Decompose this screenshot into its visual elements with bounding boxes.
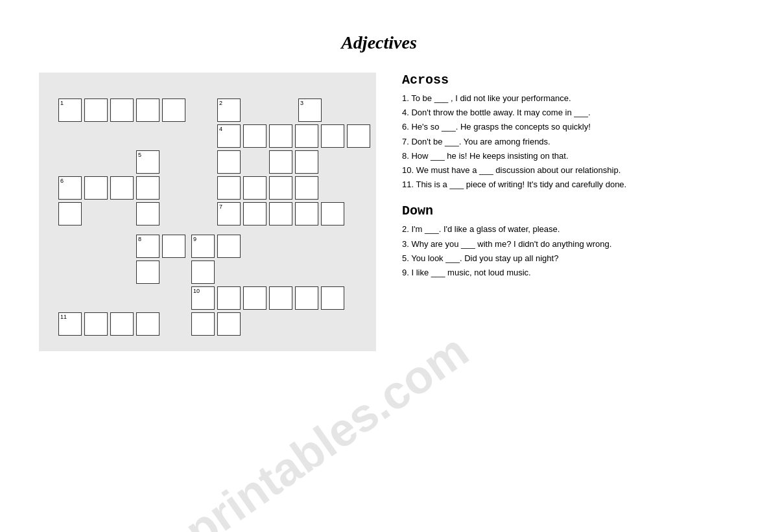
crossword-grid: 1 2 3 4 5 6 [52, 86, 363, 332]
cell-6-2[interactable] [84, 176, 108, 200]
cell-r5-1[interactable] [58, 202, 82, 226]
across-clue-1: 1. To be ___ , I did not like your perfo… [402, 93, 719, 104]
cell-6-4[interactable] [136, 176, 160, 200]
cell-8-2[interactable] [162, 235, 185, 258]
clues-container: Across 1. To be ___ , I did not like you… [402, 73, 719, 351]
cell-5-1[interactable]: 5 [136, 150, 160, 174]
down-clue-3: 3. Why are you ___ with me? I didn't do … [402, 238, 719, 250]
down-clue-9: 9. I like ___ music, not loud music. [402, 267, 719, 279]
content-area: 1 2 3 4 5 6 [0, 73, 758, 351]
cell-7-3[interactable] [269, 202, 292, 226]
cell-11-3[interactable] [110, 312, 134, 336]
cell-1-3[interactable] [110, 98, 134, 122]
across-title: Across [402, 73, 719, 87]
across-clue-8: 8. How ___ he is! He keeps insisting on … [402, 150, 719, 162]
across-clue-6: 6. He's so ___. He grasps the concepts s… [402, 121, 719, 133]
cell-10-5[interactable] [295, 286, 318, 310]
cell-10-4[interactable] [269, 286, 292, 310]
cell-7-2[interactable] [243, 202, 266, 226]
cell-r7-1[interactable] [136, 260, 160, 284]
cell-4-1[interactable]: 4 [217, 124, 241, 148]
cell-4-2[interactable] [243, 124, 266, 148]
cell-11-2[interactable] [84, 312, 108, 336]
cell-4-3[interactable] [269, 124, 292, 148]
cell-11-4[interactable] [136, 312, 160, 336]
cell-6-8[interactable] [295, 176, 318, 200]
cell-10-2[interactable] [217, 286, 241, 310]
page-title: Adjectives [0, 32, 758, 53]
cell-1-4[interactable] [136, 98, 160, 122]
crossword-container: 1 2 3 4 5 6 [39, 73, 376, 351]
cell-6-1[interactable]: 6 [58, 176, 82, 200]
cell-6-7[interactable] [269, 176, 292, 200]
cell-6-3[interactable] [110, 176, 134, 200]
cell-r3-1[interactable] [217, 150, 241, 174]
cell-4-5[interactable] [321, 124, 344, 148]
cell-1-1[interactable]: 1 [58, 98, 82, 122]
cell-r5-2[interactable] [136, 202, 160, 226]
cell-11-6[interactable] [217, 312, 241, 336]
down-clues: 2. I'm ___. I'd like a glass of water, p… [402, 224, 719, 279]
cell-10-1[interactable]: 10 [191, 286, 215, 310]
cell-1-5[interactable] [162, 98, 185, 122]
cell-8-3[interactable] [217, 235, 241, 258]
across-clue-10: 10. We must have a ___ discussion about … [402, 165, 719, 176]
cell-4-4[interactable] [295, 124, 318, 148]
cell-10-6[interactable] [321, 286, 344, 310]
cell-r7-2[interactable] [191, 260, 215, 284]
cell-11-1[interactable]: 11 [58, 312, 82, 336]
cell-7-4[interactable] [295, 202, 318, 226]
across-clue-7: 7. Don't be ___. You are among friends. [402, 136, 719, 148]
cell-6-5[interactable] [217, 176, 241, 200]
cell-7-5[interactable] [321, 202, 344, 226]
cell-r3-2[interactable] [269, 150, 292, 174]
cell-1-2[interactable] [84, 98, 108, 122]
cell-3-1[interactable]: 3 [298, 98, 322, 122]
cell-2-1[interactable]: 2 [217, 98, 241, 122]
cell-10-3[interactable] [243, 286, 266, 310]
cell-r3-3[interactable] [295, 150, 318, 174]
across-clue-11: 11. This is a ___ piece of writing! It's… [402, 179, 719, 191]
cell-7-1[interactable]: 7 [217, 202, 241, 226]
cell-4-6[interactable] [347, 124, 370, 148]
cell-11-5[interactable] [191, 312, 215, 336]
cell-8-1[interactable]: 8 [136, 235, 160, 258]
across-clues: 1. To be ___ , I did not like your perfo… [402, 93, 719, 191]
watermark: ESLprintables.com [101, 323, 477, 532]
down-clue-5: 5. You look ___. Did you stay up all nig… [402, 253, 719, 264]
across-clue-4: 4. Don't throw the bottle away. It may c… [402, 107, 719, 119]
down-clue-2: 2. I'm ___. I'd like a glass of water, p… [402, 224, 719, 235]
cell-9-1[interactable]: 9 [191, 235, 215, 258]
cell-6-6[interactable] [243, 176, 266, 200]
down-title: Down [402, 203, 719, 218]
